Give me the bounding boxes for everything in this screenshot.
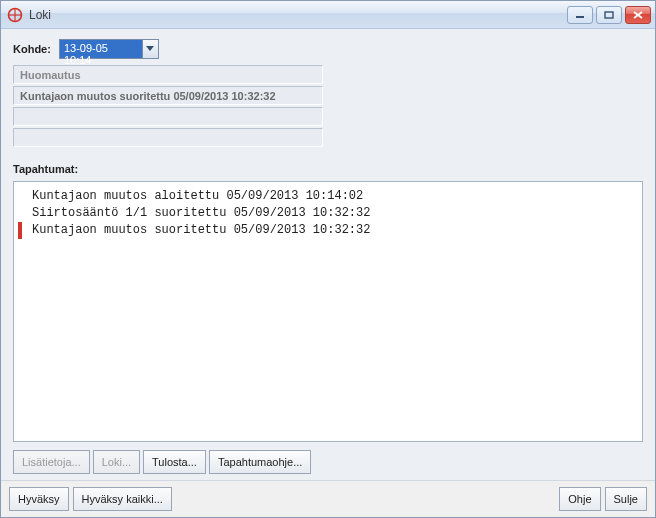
maximize-button[interactable] (596, 6, 622, 24)
svg-rect-4 (605, 12, 613, 18)
lisatietoja-button[interactable]: Lisätietoja... (13, 450, 90, 474)
panel-empty-2 (13, 128, 323, 147)
hyvaksy-kaikki-button[interactable]: Hyväksy kaikki... (73, 487, 172, 511)
minimize-button[interactable] (567, 6, 593, 24)
event-line[interactable]: Siirtosääntö 1/1 suoritettu 05/09/2013 1… (18, 205, 638, 222)
ohje-button[interactable]: Ohje (559, 487, 600, 511)
window: Loki Kohde: 13-09-05 10:14 Huomautu (0, 0, 656, 518)
hyvaksy-button[interactable]: Hyväksy (9, 487, 69, 511)
close-button[interactable] (625, 6, 651, 24)
chevron-down-icon[interactable] (142, 40, 158, 58)
notice-header-label: Huomautus (20, 69, 81, 81)
toolbar: Lisätietoja... Loki... Tulosta... Tapaht… (13, 450, 643, 474)
kohde-combobox[interactable]: 13-09-05 10:14 (59, 39, 159, 59)
tapahtumaohje-button[interactable]: Tapahtumaohje... (209, 450, 311, 474)
window-body: Kohde: 13-09-05 10:14 Huomautus Kuntajao… (1, 29, 655, 480)
events-label: Tapahtumat: (13, 163, 643, 175)
kohde-value: 13-09-05 10:14 (60, 40, 142, 58)
tulosta-button[interactable]: Tulosta... (143, 450, 206, 474)
window-title: Loki (29, 8, 567, 22)
event-line[interactable]: Kuntajaon muutos aloitettu 05/09/2013 10… (18, 188, 638, 205)
events-list[interactable]: Kuntajaon muutos aloitettu 05/09/2013 10… (13, 181, 643, 442)
titlebar: Loki (1, 1, 655, 29)
window-buttons (567, 6, 651, 24)
notice-header: Huomautus (13, 65, 323, 84)
kohde-row: Kohde: 13-09-05 10:14 (13, 39, 643, 59)
loki-button[interactable]: Loki... (93, 450, 140, 474)
notice-message: Kuntajaon muutos suoritettu 05/09/2013 1… (13, 86, 323, 105)
footer-spacer (176, 487, 555, 511)
sulje-button[interactable]: Sulje (605, 487, 647, 511)
event-line[interactable]: Kuntajaon muutos suoritettu 05/09/2013 1… (18, 222, 638, 239)
app-icon (7, 7, 23, 23)
svg-marker-7 (146, 46, 154, 51)
notice-message-text: Kuntajaon muutos suoritettu 05/09/2013 1… (20, 90, 276, 102)
kohde-label: Kohde: (13, 43, 51, 55)
footer: Hyväksy Hyväksy kaikki... Ohje Sulje (1, 480, 655, 517)
panel-empty-1 (13, 107, 323, 126)
